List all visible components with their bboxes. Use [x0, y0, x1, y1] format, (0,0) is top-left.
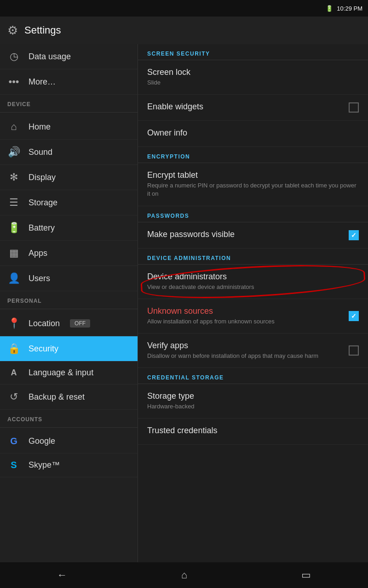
sidebar-item-users[interactable]: 👤 Users	[0, 266, 138, 291]
status-time: 10:29 PM	[337, 5, 362, 12]
unknown-sources-item[interactable]: Unknown sources Allow installation of ap…	[138, 299, 368, 334]
sidebar-label-backup: Backup & reset	[29, 392, 85, 402]
settings-icon: ⚙	[7, 23, 18, 38]
sidebar-item-backup[interactable]: ↺ Backup & reset	[0, 384, 138, 410]
sidebar-label-data-usage: Data usage	[29, 52, 71, 62]
sidebar-label-sound: Sound	[29, 147, 52, 157]
battery-icon: 🔋	[326, 5, 333, 12]
device-admin-header: DEVICE ADMINISTRATION	[138, 249, 368, 265]
backup-icon: ↺	[7, 391, 20, 403]
encryption-header: ENCRYPTION	[138, 147, 368, 163]
make-passwords-check[interactable]	[349, 230, 359, 240]
device-administrators-title: Device administrators	[147, 272, 359, 282]
sidebar-label-google: Google	[29, 436, 55, 446]
sidebar-item-google[interactable]: G Google	[0, 430, 138, 453]
screen-security-header: SCREEN SECURITY	[138, 44, 368, 60]
more-icon: •••	[7, 76, 20, 88]
verify-apps-checkbox-area[interactable]	[349, 345, 359, 356]
location-toggle[interactable]: OFF	[70, 319, 90, 328]
encrypt-tablet-sub: Require a numeric PIN or password to dec…	[147, 181, 359, 198]
sidebar-item-language[interactable]: A Language & input	[0, 362, 138, 384]
sidebar-label-battery: Battery	[29, 223, 55, 233]
encrypt-tablet-title: Encrypt tablet	[147, 170, 359, 180]
location-icon: 📍	[7, 317, 20, 329]
owner-info-title: Owner info	[147, 128, 359, 138]
device-divider	[0, 112, 138, 113]
content-panel: SCREEN SECURITY Screen lock Slide Enable…	[138, 44, 368, 562]
sidebar-label-users: Users	[29, 274, 50, 283]
enable-widgets-item[interactable]: Enable widgets	[138, 95, 368, 121]
device-section-label: DEVICE	[0, 95, 138, 110]
sound-icon: 🔊	[7, 146, 20, 158]
sidebar-item-home[interactable]: ⌂ Home	[0, 114, 138, 140]
device-admin-circle	[140, 260, 366, 303]
sidebar-item-battery[interactable]: 🔋 Battery	[0, 215, 138, 241]
sidebar-item-security[interactable]: 🔒 Security	[0, 336, 138, 362]
passwords-header: PASSWORDS	[138, 206, 368, 222]
battery-sidebar-icon: 🔋	[7, 222, 20, 234]
personal-divider	[0, 309, 138, 309]
make-passwords-item[interactable]: Make passwords visible	[138, 222, 368, 249]
storage-type-item[interactable]: Storage type Hardware-backed	[138, 384, 368, 418]
home-button[interactable]: ⌂	[172, 565, 196, 585]
enable-widgets-title: Enable widgets	[147, 102, 359, 112]
storage-type-sub: Hardware-backed	[147, 402, 359, 411]
accounts-divider	[0, 427, 138, 428]
sidebar-item-apps[interactable]: ▦ Apps	[0, 241, 138, 266]
google-icon: G	[7, 436, 20, 447]
verify-apps-item[interactable]: Verify apps Disallow or warn before inst…	[138, 334, 368, 368]
sidebar: ◷ Data usage ••• More… DEVICE ⌂ Home 🔊 S…	[0, 44, 138, 562]
sidebar-label-skype: Skype™	[29, 460, 60, 470]
device-administrators-sub: View or deactivate device administrators	[147, 283, 359, 291]
sidebar-item-location[interactable]: 📍 Location OFF	[0, 311, 138, 336]
sidebar-label-storage: Storage	[29, 198, 58, 208]
unknown-sources-checkbox-area[interactable]	[349, 311, 359, 321]
encrypt-tablet-item[interactable]: Encrypt tablet Require a numeric PIN or …	[138, 163, 368, 206]
storage-icon: ☰	[7, 197, 20, 209]
data-usage-icon: ◷	[7, 51, 20, 62]
sidebar-label-apps: Apps	[29, 249, 47, 258]
screen-lock-item[interactable]: Screen lock Slide	[138, 60, 368, 95]
enable-widgets-checkbox[interactable]	[349, 102, 359, 113]
unknown-sources-check[interactable]	[349, 311, 359, 321]
screen-lock-sub: Slide	[147, 79, 359, 87]
recents-button[interactable]: ▭	[292, 565, 320, 585]
display-icon: ✻	[7, 171, 20, 183]
sidebar-item-sound[interactable]: 🔊 Sound	[0, 140, 138, 165]
sidebar-label-display: Display	[29, 173, 56, 182]
back-button[interactable]: ←	[48, 565, 76, 585]
sidebar-item-more[interactable]: ••• More…	[0, 69, 138, 95]
make-passwords-checkbox-area[interactable]	[349, 230, 359, 240]
device-administrators-item[interactable]: Device administrators View or deactivate…	[138, 265, 368, 299]
language-icon: A	[7, 368, 20, 378]
app-bar-title: Settings	[24, 24, 61, 36]
users-icon: 👤	[7, 272, 20, 284]
security-icon: 🔒	[7, 343, 20, 355]
unknown-sources-title: Unknown sources	[147, 306, 359, 316]
screen-lock-title: Screen lock	[147, 68, 359, 77]
accounts-section-label: ACCOUNTS	[0, 410, 138, 425]
credential-storage-header: CREDENTIAL STORAGE	[138, 368, 368, 384]
owner-info-item[interactable]: Owner info	[138, 121, 368, 147]
nav-bar: ← ⌂ ▭	[0, 562, 368, 588]
enable-widgets-check[interactable]	[349, 102, 359, 113]
storage-type-title: Storage type	[147, 391, 359, 401]
unknown-sources-sub: Allow installation of apps from unknown …	[147, 317, 359, 326]
sidebar-label-home: Home	[29, 122, 51, 132]
sidebar-label-language: Language & input	[29, 368, 93, 378]
main-layout: ◷ Data usage ••• More… DEVICE ⌂ Home 🔊 S…	[0, 44, 368, 562]
sidebar-item-display[interactable]: ✻ Display	[0, 165, 138, 190]
skype-icon: S	[7, 460, 20, 470]
verify-apps-sub: Disallow or warn before installation of …	[147, 352, 359, 360]
sidebar-item-skype[interactable]: S Skype™	[0, 453, 138, 477]
verify-apps-check[interactable]	[349, 345, 359, 356]
apps-icon: ▦	[7, 247, 20, 259]
personal-section-label: PERSONAL	[0, 291, 138, 307]
make-passwords-title: Make passwords visible	[147, 230, 359, 239]
sidebar-item-data-usage[interactable]: ◷ Data usage	[0, 44, 138, 69]
sidebar-item-storage[interactable]: ☰ Storage	[0, 190, 138, 215]
trusted-credentials-item[interactable]: Trusted credentials	[138, 418, 368, 445]
trusted-credentials-title: Trusted credentials	[147, 426, 359, 435]
verify-apps-title: Verify apps	[147, 341, 359, 351]
app-bar: ⚙ Settings	[0, 17, 368, 44]
